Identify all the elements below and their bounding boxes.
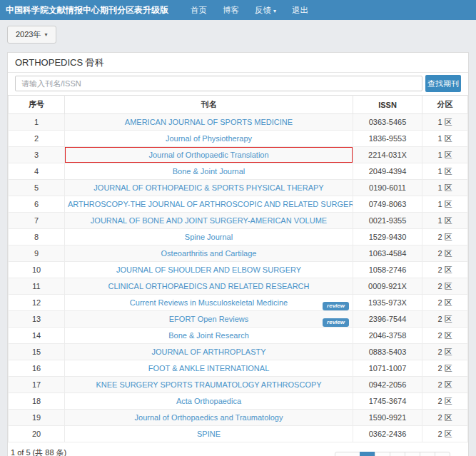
journal-name-cell: JOURNAL OF BONE AND JOINT SURGERY-AMERIC…: [65, 213, 353, 229]
row-index: 4: [9, 163, 65, 180]
journal-name-cell: Bone & Joint Research: [65, 328, 353, 344]
zone-value: 2 区: [422, 278, 468, 295]
nav-item[interactable]: 首页: [191, 5, 207, 16]
nav-item[interactable]: 退出: [292, 5, 308, 16]
issn-value: 1935-973X: [353, 295, 422, 311]
zone-value: 2 区: [422, 245, 468, 262]
pagination: «12345»: [335, 452, 450, 456]
journal-link[interactable]: Spine Journal: [185, 233, 233, 241]
journal-name-cell: Current Reviews in Musculoskeletal Medic…: [65, 295, 353, 311]
main-nav: 首页博客反馈▾退出: [183, 5, 316, 16]
row-index: 3: [9, 147, 65, 163]
column-header: 分区: [422, 96, 468, 114]
table-row: 14Bone & Joint Research2046-37582 区: [9, 328, 468, 344]
pagination-prev-button[interactable]: «: [335, 452, 360, 456]
row-index: 11: [9, 278, 65, 295]
row-index: 2: [9, 131, 65, 147]
journal-name-cell: FOOT & ANKLE INTERNATIONAL: [65, 360, 353, 377]
issn-value: 1071-1007: [353, 360, 422, 377]
issn-value: 2396-7544: [353, 311, 422, 328]
pagination-next-button[interactable]: »: [435, 452, 450, 456]
journal-link[interactable]: JOURNAL OF SHOULDER AND ELBOW SURGERY: [116, 265, 301, 274]
journal-link[interactable]: Osteoarthritis and Cartilage: [161, 249, 257, 258]
journal-table: 序号刊名ISSN分区 1AMERICAN JOURNAL OF SPORTS M…: [8, 95, 468, 442]
row-index: 18: [9, 393, 65, 410]
issn-value: 0021-9355: [353, 213, 422, 229]
category-title: ORTHOPEDICS 骨科: [8, 53, 468, 73]
row-index: 19: [9, 410, 65, 426]
row-index: 6: [9, 196, 65, 213]
journal-link[interactable]: Journal of Physiotherapy: [166, 134, 252, 143]
year-dropdown-label: 2023年: [16, 29, 41, 40]
top-navbar: 中国科学院文献情报中心期刊分区表升级版 首页博客反馈▾退出: [0, 0, 476, 20]
zone-value: 1 区: [422, 131, 468, 147]
journal-link[interactable]: AMERICAN JOURNAL OF SPORTS MEDICINE: [125, 118, 293, 126]
zone-value: 1 区: [422, 114, 468, 131]
year-selector-bar: 2023年 ▾: [0, 20, 476, 52]
issn-value: 0942-2056: [353, 377, 422, 393]
journal-link[interactable]: Bone & Joint Research: [168, 331, 249, 340]
table-row: 7JOURNAL OF BONE AND JOINT SURGERY-AMERI…: [9, 213, 468, 229]
column-header: 刊名: [65, 96, 353, 114]
journal-link[interactable]: SPINE: [197, 430, 221, 438]
pagination-page-button[interactable]: 5: [420, 452, 435, 456]
journal-link[interactable]: KNEE SURGERY SPORTS TRAUMATOLOGY ARTHROS…: [96, 380, 321, 389]
table-row: 9Osteoarthritis and Cartilage1063-45842 …: [9, 245, 468, 262]
journal-link[interactable]: EFORT Open Reviews: [169, 315, 248, 323]
journal-name-cell: CLINICAL ORTHOPAEDICS AND RELATED RESEAR…: [65, 278, 353, 295]
zone-value: 2 区: [422, 426, 468, 442]
journal-link[interactable]: FOOT & ANKLE INTERNATIONAL: [148, 364, 270, 373]
table-row: 12Current Reviews in Musculoskeletal Med…: [9, 295, 468, 311]
journal-name-cell: Bone & Joint Journal: [65, 163, 353, 180]
zone-value: 2 区: [422, 311, 468, 328]
zone-value: 2 区: [422, 410, 468, 426]
row-index: 7: [9, 213, 65, 229]
journal-name-cell: Spine Journal: [65, 229, 353, 245]
review-badge: review: [323, 302, 349, 310]
pagination-page-button[interactable]: 1: [360, 452, 375, 456]
journal-name-cell: ARTHROSCOPY-THE JOURNAL OF ARTHROSCOPIC …: [65, 196, 353, 213]
pagination-page-button[interactable]: 3: [390, 452, 405, 456]
issn-value: 1745-3674: [353, 393, 422, 410]
journal-link[interactable]: Journal of Orthopaedic Translation: [148, 151, 268, 159]
journal-link[interactable]: Acta Orthopaedica: [176, 397, 241, 405]
journal-name-cell: SPINE: [65, 426, 353, 442]
journal-link[interactable]: Bone & Joint Journal: [173, 167, 245, 176]
zone-value: 2 区: [422, 360, 468, 377]
table-row: 5JOURNAL OF ORTHOPAEDIC & SPORTS PHYSICA…: [9, 180, 468, 196]
row-index: 8: [9, 229, 65, 245]
year-dropdown-button[interactable]: 2023年 ▾: [7, 26, 56, 44]
table-row: 2Journal of Physiotherapy1836-95531 区: [9, 131, 468, 147]
table-row: 3Journal of Orthopaedic Translation2214-…: [9, 147, 468, 163]
nav-item[interactable]: 反馈▾: [255, 5, 276, 16]
row-index: 1: [9, 114, 65, 131]
journal-link[interactable]: Current Reviews in Musculoskeletal Medic…: [130, 298, 288, 307]
journal-name-cell: KNEE SURGERY SPORTS TRAUMATOLOGY ARTHROS…: [65, 377, 353, 393]
journal-link[interactable]: JOURNAL OF ORTHOPAEDIC & SPORTS PHYSICAL…: [93, 183, 323, 192]
journal-link[interactable]: JOURNAL OF ARTHROPLASTY: [151, 348, 265, 356]
search-input[interactable]: [15, 76, 422, 91]
nav-item[interactable]: 博客: [223, 5, 239, 16]
table-row: 15JOURNAL OF ARTHROPLASTY0883-54032 区: [9, 344, 468, 360]
table-row: 8Spine Journal1529-94302 区: [9, 229, 468, 245]
journal-link[interactable]: ARTHROSCOPY-THE JOURNAL OF ARTHROSCOPIC …: [68, 200, 353, 208]
search-bar: 查找期刊: [8, 73, 468, 95]
table-row: 18Acta Orthopaedica1745-36742 区: [9, 393, 468, 410]
zone-value: 2 区: [422, 344, 468, 360]
site-title: 中国科学院文献情报中心期刊分区表升级版: [6, 4, 168, 16]
issn-value: 1058-2746: [353, 262, 422, 278]
journal-link[interactable]: CLINICAL ORTHOPAEDICS AND RELATED RESEAR…: [108, 282, 310, 290]
issn-value: 2049-4394: [353, 163, 422, 180]
issn-value: 0749-8063: [353, 196, 422, 213]
zone-value: 2 区: [422, 377, 468, 393]
journal-link[interactable]: JOURNAL OF BONE AND JOINT SURGERY-AMERIC…: [91, 216, 327, 225]
journal-list-panel: ORTHOPEDICS 骨科 查找期刊 序号刊名ISSN分区 1AMERICAN…: [7, 52, 469, 456]
journal-link[interactable]: Journal of Orthopaedics and Traumatology: [135, 413, 283, 422]
issn-value: 1836-9553: [353, 131, 422, 147]
journal-name-cell: JOURNAL OF SHOULDER AND ELBOW SURGERY: [65, 262, 353, 278]
journal-name-cell: JOURNAL OF ARTHROPLASTY: [65, 344, 353, 360]
search-button[interactable]: 查找期刊: [425, 75, 461, 92]
pagination-page-button[interactable]: 4: [405, 452, 420, 456]
pagination-page-button[interactable]: 2: [375, 452, 390, 456]
table-row: 13EFORT Open Reviewsreview2396-75442 区: [9, 311, 468, 328]
